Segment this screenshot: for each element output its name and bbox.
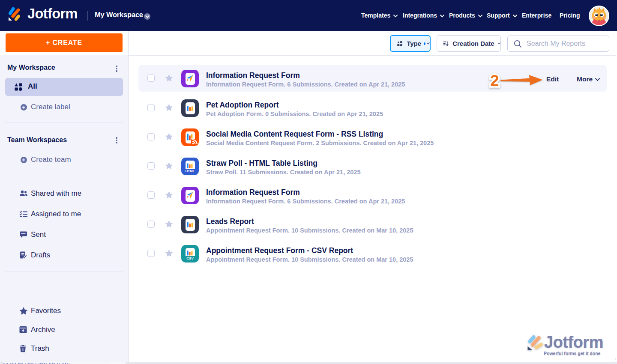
svg-text:2: 2: [490, 72, 499, 90]
